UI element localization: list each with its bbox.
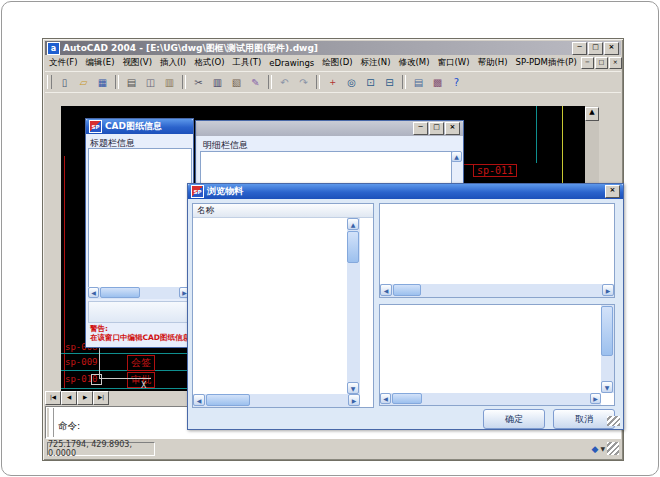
ucs-origin-box — [91, 374, 102, 385]
tree-vscrollbar[interactable]: ▲ ▼ — [347, 218, 360, 394]
scroll-thumb[interactable] — [206, 394, 250, 406]
match-properties-icon[interactable]: ✎ — [247, 74, 265, 91]
communication-center-icon[interactable]: ◆ — [591, 444, 598, 454]
new-icon[interactable]: ▯ — [56, 74, 74, 91]
menu-格式(O)[interactable]: 格式(O) — [190, 56, 228, 70]
scroll-thumb[interactable] — [100, 287, 140, 298]
scroll-right-icon[interactable]: ▶ — [590, 393, 601, 404]
teal-hline-3 — [61, 388, 189, 389]
menu-窗口(W)[interactable]: 窗口(W) — [433, 56, 473, 70]
toolbar-separator — [182, 75, 186, 89]
tree-column-header[interactable]: 名称 — [193, 204, 373, 218]
menu-标注(N)[interactable]: 标注(N) — [357, 56, 395, 70]
redo-icon[interactable]: ↷ — [295, 74, 313, 91]
coordinates-readout[interactable]: 725.1794, 429.8903, 0.0000 — [47, 442, 155, 456]
minimize-icon[interactable]: ─ — [572, 42, 587, 55]
teal-vline — [536, 106, 537, 163]
info-grid-hscrollbar[interactable]: ◀ ▶ — [88, 287, 190, 299]
tree-hscrollbar[interactable]: ◀ ▶ — [193, 394, 360, 407]
table2-hscrollbar[interactable]: ◀ ▶ — [380, 393, 601, 405]
ok-button[interactable]: 确定 — [483, 409, 545, 429]
tab-last-button[interactable]: ▶| — [93, 391, 109, 405]
table2-vscrollbar[interactable]: ▼ — [601, 305, 614, 393]
mdi-close-icon[interactable]: × — [609, 57, 622, 69]
cancel-button[interactable]: 取消 — [553, 409, 615, 429]
menu-绘图(D)[interactable]: 绘图(D) — [318, 56, 356, 70]
menu-文件(F)[interactable]: 文件(F) — [45, 56, 82, 70]
properties-icon[interactable]: ▤ — [410, 74, 428, 91]
minimize-icon[interactable]: ─ — [413, 122, 428, 135]
save-icon[interactable]: ▦ — [94, 74, 112, 91]
scroll-thumb[interactable] — [392, 393, 422, 404]
scroll-down-icon[interactable]: ▼ — [601, 381, 613, 393]
detail-scroll-up-icon[interactable]: ▲ — [451, 151, 462, 162]
yellow-vline — [562, 106, 563, 184]
tray-expand-icon[interactable]: ▼ — [600, 445, 605, 452]
scroll-left-icon[interactable]: ◀ — [380, 393, 391, 404]
command-prompt[interactable]: 命令: — [58, 420, 80, 433]
menu-编辑(E)[interactable]: 编辑(E) — [82, 56, 119, 70]
maximize-icon[interactable]: □ — [588, 42, 603, 55]
material-tree-panel: 名称 ▲ ▼ ◀ ▶ — [192, 203, 374, 408]
table1-hscrollbar[interactable]: ◀ ▶ — [380, 284, 614, 297]
zoom-previous-icon[interactable]: ⊟ — [381, 74, 399, 91]
current-material-panel: ◀ ▶ — [379, 203, 615, 298]
plot-preview-icon[interactable]: ◫ — [142, 74, 160, 91]
copy-icon[interactable]: ▥ — [209, 74, 227, 91]
restore-icon[interactable]: □ — [429, 122, 444, 135]
sp011-cell: sp-011 — [473, 164, 517, 177]
close-icon[interactable]: × — [604, 42, 619, 55]
scroll-thumb[interactable] — [601, 306, 613, 356]
scroll-right-icon[interactable]: ▶ — [602, 284, 614, 296]
tab-first-button[interactable]: |◀ — [45, 391, 61, 405]
mdi-restore-icon[interactable]: □ — [595, 57, 608, 69]
status-bar: 725.1794, 429.8903, 0.0000 ◆ ▼ — [45, 440, 621, 457]
scroll-down-icon[interactable]: ▼ — [347, 382, 359, 394]
mdi-minimize-icon[interactable]: ─ — [581, 57, 594, 69]
scroll-thumb[interactable] — [393, 284, 421, 296]
title-bar[interactable]: a AutoCAD 2004 - [E:\UG\dwg\图框\测试用图(部件).… — [45, 41, 621, 55]
command-window-grip[interactable] — [47, 408, 54, 437]
scroll-left-icon[interactable]: ◀ — [380, 284, 392, 296]
menu-SP-PDM插件(P)[interactable]: SP-PDM插件(P) — [512, 56, 581, 70]
info-grid[interactable] — [88, 148, 192, 289]
browse-dialog-titlebar[interactable]: SP 浏览物料 × — [188, 184, 623, 199]
plot-icon[interactable]: ▤ — [123, 74, 141, 91]
menu-视图(V)[interactable]: 视图(V) — [119, 56, 156, 70]
close-icon[interactable]: × — [445, 122, 460, 135]
scroll-right-icon[interactable]: ▶ — [348, 394, 360, 406]
zoom-window-icon[interactable]: ⊡ — [362, 74, 380, 91]
dialog-resize-grip[interactable] — [607, 416, 620, 426]
scroll-thumb[interactable] — [347, 231, 359, 263]
info-dialog-titlebar[interactable]: SP CAD图纸信息 — [86, 119, 193, 134]
tab-prev-button[interactable]: ◀ — [61, 391, 77, 405]
scroll-left-icon[interactable]: ◀ — [88, 287, 99, 298]
menu-工具(T)[interactable]: 工具(T) — [228, 56, 265, 70]
designcenter-icon[interactable]: ▩ — [429, 74, 447, 91]
menu-插入(I)[interactable]: 插入(I) — [156, 56, 190, 70]
scroll-left-icon[interactable]: ◀ — [193, 394, 205, 406]
zoom-realtime-icon[interactable]: ◎ — [343, 74, 361, 91]
paste-icon[interactable]: ▧ — [228, 74, 246, 91]
open-icon[interactable]: ▱ — [75, 74, 93, 91]
cut-icon[interactable]: ✂ — [190, 74, 208, 91]
pan-realtime-icon[interactable]: ＋ — [324, 74, 342, 91]
detail-window: ─□× 明细栏信息 ▲ — [195, 120, 464, 189]
scroll-up-icon[interactable]: ▲ — [585, 107, 599, 121]
menu-eDrawings[interactable]: eDrawings — [265, 57, 318, 69]
undo-icon[interactable]: ↶ — [276, 74, 294, 91]
detail-window-titlebar[interactable]: ─□× — [196, 121, 463, 136]
menu-帮助(H)[interactable]: 帮助(H) — [474, 56, 512, 70]
info-dialog-title: CAD图纸信息 — [105, 120, 162, 133]
tab-next-button[interactable]: ▶ — [77, 391, 93, 405]
publish-icon[interactable]: ▥ — [161, 74, 179, 91]
red-vline — [64, 156, 65, 389]
screenshot-stage: a AutoCAD 2004 - [E:\UG\dwg\图框\测试用图(部件).… — [0, 0, 660, 477]
toolbar-grip[interactable] — [47, 75, 52, 89]
scroll-up-icon[interactable]: ▲ — [347, 218, 359, 230]
browse-close-icon[interactable]: × — [605, 185, 620, 198]
menu-修改(M)[interactable]: 修改(M) — [395, 56, 434, 70]
help-icon[interactable]: ? — [448, 74, 466, 91]
standard-toolbar: ▯▱▦▤◫▥✂▥▧✎↶↷＋◎⊡⊟▤▩? — [45, 71, 621, 92]
resize-grip[interactable] — [607, 442, 619, 455]
